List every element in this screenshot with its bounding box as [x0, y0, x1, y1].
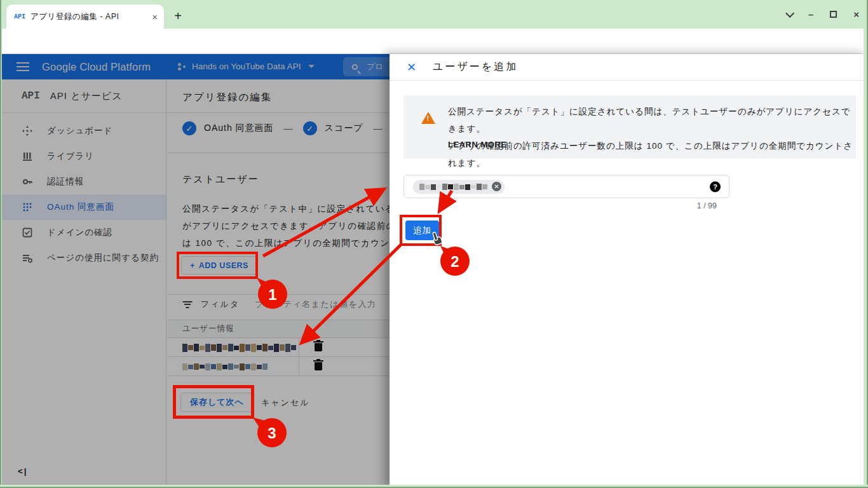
window-frame [0, 485, 868, 488]
add-button[interactable]: 追加 [405, 220, 439, 240]
warning-triangle-icon [421, 112, 435, 124]
window-frame [864, 0, 868, 488]
window-minimize-icon[interactable]: – [808, 9, 813, 20]
tab-favicon-api-icon: API [14, 13, 25, 20]
user-count: 1 / 99 [666, 201, 717, 210]
email-chip: ✕ [413, 180, 505, 194]
modal-dim-overlay [0, 54, 390, 488]
learn-more-link[interactable]: LEARN MORE [448, 140, 506, 149]
window-frame [0, 0, 2, 488]
add-user-panel: ✕ ユーザーを追加 公開ステータスが「テスト」に設定されている間は、テストユーザ… [390, 54, 868, 488]
help-icon[interactable]: ? [710, 181, 721, 192]
warning-text: 公開ステータスが「テスト」に設定されている間は、テストユーザーのみがアプリにアク… [448, 103, 856, 172]
browser-titlebar: API アプリ登録の編集 - API × + – × [0, 0, 868, 29]
panel-close-icon[interactable]: ✕ [407, 60, 416, 74]
window-maximize-icon[interactable] [830, 11, 837, 18]
tab-title: アプリ登録の編集 - API [31, 11, 145, 22]
new-tab-button[interactable]: + [169, 7, 187, 25]
redacted-email [419, 181, 488, 193]
window-close-icon[interactable]: × [853, 9, 859, 20]
browser-toolbar: ← → ⟳ console.cloud.google.com/apis/cred… [0, 29, 868, 54]
test-user-warning-box: 公開ステータスが「テスト」に設定されている間は、テストユーザーのみがアプリにアク… [403, 95, 856, 159]
browser-tab[interactable]: API アプリ登録の編集 - API × [6, 4, 164, 29]
chip-remove-icon[interactable]: ✕ [492, 182, 501, 191]
add-users-email-input[interactable]: ✕ ? [403, 175, 729, 198]
panel-title: ユーザーを追加 [433, 60, 518, 74]
window-chevron-down-icon[interactable] [785, 8, 794, 17]
tab-close-icon[interactable]: × [152, 11, 158, 22]
